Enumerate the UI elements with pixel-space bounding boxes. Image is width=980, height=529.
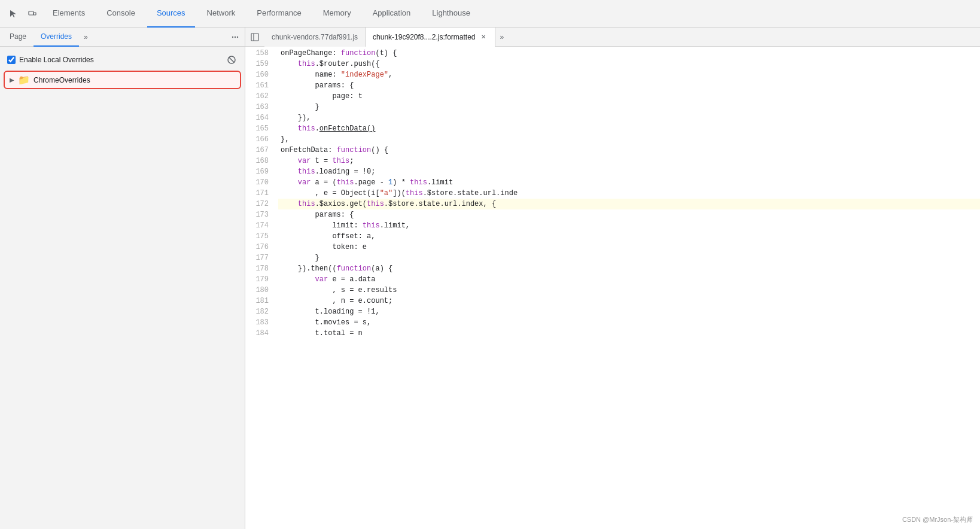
- tab-application[interactable]: Application: [363, 0, 421, 28]
- code-line: page: t: [278, 91, 980, 102]
- tab-sources[interactable]: Sources: [147, 0, 195, 28]
- tab-memory[interactable]: Memory: [314, 0, 361, 28]
- sidebar-toggle-icon[interactable]: [248, 30, 262, 44]
- code-line: var t = this;: [278, 156, 980, 166]
- enable-overrides-checkbox[interactable]: [7, 56, 16, 64]
- code-line: t.loading = !1,: [278, 306, 980, 317]
- svg-rect-7: [251, 34, 258, 41]
- sidebar-tab-bar: Page Overrides »: [0, 28, 245, 47]
- block-icon[interactable]: [226, 54, 238, 66]
- line-numbers: 1581591601611621631641651661671681691701…: [245, 47, 278, 529]
- code-line: }: [278, 102, 980, 113]
- folder-icon: 📁: [18, 74, 30, 86]
- code-line: this.$axios.get(this.$store.state.url.in…: [278, 199, 980, 209]
- code-line: var a = (this.page - 1) * this.limit: [278, 177, 980, 188]
- sidebar-menu-button[interactable]: [228, 30, 242, 44]
- sidebar-actions: [228, 30, 242, 44]
- devtools-toolbar: Elements Console Sources Network Perform…: [0, 0, 980, 28]
- svg-rect-1: [34, 13, 36, 15]
- code-line: onFetchData: function() {: [278, 145, 980, 156]
- chrome-overrides-folder[interactable]: ▶ 📁 ChromeOverrides: [5, 72, 240, 88]
- code-line: },: [278, 134, 980, 145]
- code-line: name: "indexPage",: [278, 69, 980, 80]
- code-line: }: [278, 253, 980, 263]
- svg-point-3: [235, 36, 236, 37]
- code-line: t.total = n: [278, 328, 980, 339]
- code-line: this.onFetchData(): [278, 123, 980, 134]
- sidebar-tab-overrides[interactable]: Overrides: [34, 28, 79, 47]
- code-line: onPageChange: function(t) {: [278, 48, 980, 59]
- code-tab-close-icon[interactable]: ✕: [479, 33, 488, 41]
- tab-console[interactable]: Console: [97, 0, 145, 28]
- code-line: params: {: [278, 80, 980, 91]
- code-line: , s = e.results: [278, 285, 980, 296]
- sidebar-content: Enable Local Overrides ▶ 📁 ChromeOverrid…: [0, 47, 245, 529]
- tab-performance[interactable]: Performance: [247, 0, 311, 28]
- enable-overrides-row: Enable Local Overrides: [5, 51, 240, 71]
- code-tab-formatted-label: chunk-19c920f8....2.js:formatted: [373, 33, 475, 41]
- code-line: , n = e.count;: [278, 296, 980, 306]
- code-line: this.loading = !0;: [278, 166, 980, 177]
- sidebar-more-tabs[interactable]: »: [79, 28, 93, 47]
- code-line: }),: [278, 113, 980, 123]
- svg-point-4: [237, 36, 238, 37]
- code-line: var e = a.data: [278, 274, 980, 285]
- code-line: params: {: [278, 209, 980, 220]
- code-tab-vendors-label: chunk-vendors.77daf991.js: [272, 33, 358, 41]
- device-toggle-icon[interactable]: [24, 5, 41, 22]
- code-editor: 1581591601611621631641651661671681691701…: [245, 47, 980, 529]
- code-tab-more[interactable]: »: [495, 30, 509, 44]
- code-line: token: e: [278, 242, 980, 253]
- folder-name-label: ChromeOverrides: [34, 76, 90, 84]
- enable-overrides-label: Enable Local Overrides: [19, 56, 94, 64]
- tab-lighthouse[interactable]: Lighthouse: [422, 0, 480, 28]
- code-line: offset: a,: [278, 231, 980, 242]
- code-area: chunk-vendors.77daf991.js chunk-19c920f8…: [245, 28, 980, 529]
- main-layout: Page Overrides » Enab: [0, 28, 980, 529]
- code-line: , e = Object(i["a"])(this.$store.state.u…: [278, 188, 980, 199]
- code-lines: onPageChange: function(t) { this.$router…: [278, 47, 980, 529]
- sidebar-tab-page[interactable]: Page: [2, 28, 34, 47]
- code-line: this.$router.push({: [278, 59, 980, 69]
- tab-elements[interactable]: Elements: [43, 0, 95, 28]
- sidebar: Page Overrides » Enab: [0, 28, 245, 529]
- code-tab-vendors[interactable]: chunk-vendors.77daf991.js: [264, 28, 366, 47]
- svg-line-6: [229, 57, 235, 63]
- svg-point-2: [232, 36, 233, 37]
- code-tab-formatted[interactable]: chunk-19c920f8....2.js:formatted ✕: [366, 28, 495, 47]
- code-tab-bar: chunk-vendors.77daf991.js chunk-19c920f8…: [245, 28, 980, 47]
- cursor-icon[interactable]: [5, 5, 22, 22]
- code-line: t.movies = s,: [278, 317, 980, 328]
- svg-rect-0: [29, 11, 34, 15]
- code-line: limit: this.limit,: [278, 220, 980, 231]
- watermark: CSDN @MrJson-架构师: [902, 515, 973, 524]
- code-line: }).then((function(a) {: [278, 263, 980, 274]
- tab-network[interactable]: Network: [197, 0, 245, 28]
- folder-chevron-icon: ▶: [10, 77, 14, 83]
